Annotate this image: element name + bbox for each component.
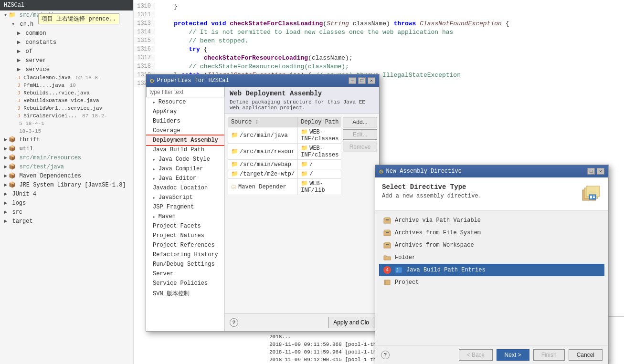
svg-rect-6 <box>593 197 595 198</box>
help-icon-assembly[interactable]: ? <box>381 351 390 359</box>
tree-item-file1[interactable]: J ClaculeMno.java 52 18-8- <box>0 74 133 82</box>
tree-item-file6[interactable]: J SirCaiServicei... 87 18-2- <box>0 112 133 120</box>
svg-text:J: J <box>396 268 399 272</box>
nav-item-project-natures[interactable]: Project Natures <box>146 231 224 240</box>
nav-item-server[interactable]: Server <box>146 269 224 279</box>
table-row-2[interactable]: 📁/src/main/resour 📁WEB-INF/classes <box>228 144 341 160</box>
assembly-close-button[interactable]: ✕ <box>597 168 604 175</box>
tree-item-junit[interactable]: ▶ JUnit 4 <box>0 189 133 198</box>
table-cell-deploy-3: 📁/ <box>298 160 341 169</box>
code-line-1311: 1311 <box>134 10 624 19</box>
tree-item-maven-dep[interactable]: ▶📦 Maven Dependencies <box>0 171 133 180</box>
tree-item-constants[interactable]: ▶ constants <box>0 38 133 47</box>
assembly-item-archive-ws[interactable]: Archives from Workspace <box>379 239 604 251</box>
nav-item-service-policies[interactable]: Service Policies <box>146 279 224 288</box>
table-row-4[interactable]: 📁/target/m2e-wtp/ 📁/ <box>228 169 341 179</box>
tree-item-util[interactable]: ▶📦 util <box>0 144 133 153</box>
svg-rect-14 <box>385 242 390 244</box>
next-button[interactable]: Next > <box>497 349 529 361</box>
cancel-button[interactable]: Cancel <box>569 349 603 361</box>
tree-item-src-test[interactable]: ▶📦 src/test/java <box>0 162 133 171</box>
help-icon-props[interactable]: ? <box>230 318 238 327</box>
nav-item-java-build-path[interactable]: Java Build Path <box>146 145 224 155</box>
assembly-titlebar-buttons: □ ✕ <box>587 168 604 175</box>
nav-item-java-compiler[interactable]: Java Compiler <box>146 164 224 174</box>
sidebar-tree[interactable]: ▾📁 src/main/java ▾ cn.h ▶ common ▶ const… <box>0 10 133 361</box>
tree-item-server[interactable]: ▶ server <box>0 56 133 65</box>
assembly-title: New Assembly Directive <box>386 168 461 175</box>
nav-item-javascript[interactable]: JavaScript <box>146 193 224 202</box>
wda-desc: Define packaging structure for this Java… <box>230 99 374 111</box>
wda-table: Source ↕ Deploy Path 📁/src/main/java 📁WE… <box>228 117 341 195</box>
assembly-footer: ? < Back Next > Finish Cancel <box>375 345 608 364</box>
nav-scroll[interactable]: Resource AppXray Builders Coverage Deplo… <box>146 97 224 328</box>
titlebar-buttons: — □ ✕ <box>349 77 375 84</box>
tree-item-target[interactable]: ▶ target <box>0 217 133 226</box>
nav-item-svn[interactable]: SVN 版本控制 <box>146 288 224 299</box>
svg-rect-15 <box>386 244 389 245</box>
nav-item-java-editor[interactable]: Java Editor <box>146 174 224 183</box>
nav-item-run-debug[interactable]: Run/Debug Settings <box>146 260 224 269</box>
tree-item-jre[interactable]: ▶📦 JRE System Library [JavaSE-1.8] <box>0 180 133 189</box>
tree-item-common[interactable]: ▶ common <box>0 29 133 38</box>
java-build-badge: 4 <box>383 266 391 274</box>
tree-item-file3[interactable]: J Rebuilds...rvice.java <box>0 89 133 97</box>
assembly-minimize-button[interactable]: □ <box>587 168 595 175</box>
minimize-button[interactable]: — <box>349 77 356 84</box>
maximize-button[interactable]: □ <box>358 77 366 84</box>
assembly-item-java-build-path[interactable]: 4 J Java Build Path Entries <box>379 264 604 276</box>
nav-item-refactoring[interactable]: Refactoring History <box>146 250 224 260</box>
tree-item-logs[interactable]: ▶ logs <box>0 198 133 208</box>
assembly-item-project[interactable]: Project <box>379 276 604 289</box>
tree-item-thrift[interactable]: ▶📦 thrift <box>0 135 133 144</box>
nav-item-java-code-style[interactable]: Java Code Style <box>146 155 224 164</box>
tree-item-src-resources[interactable]: ▶📦 src/main/resources <box>0 153 133 162</box>
assembly-item-folder[interactable]: Folder <box>379 251 604 264</box>
svg-rect-5 <box>593 196 595 197</box>
col-deploy: Deploy Path <box>298 117 341 127</box>
remove-button[interactable]: Remove <box>343 142 377 152</box>
nav-item-project-facets[interactable]: Project Facets <box>146 221 224 231</box>
wda-table-container: Source ↕ Deploy Path 📁/src/main/java 📁WE… <box>225 114 341 313</box>
archive-ws-icon <box>383 241 391 249</box>
back-button[interactable]: < Back <box>459 349 493 361</box>
nav-item-jsp[interactable]: JSP Fragment <box>146 202 224 212</box>
code-line-1315: 1315 // been stopped. <box>134 36 624 45</box>
nav-item-deployment-assembly[interactable]: Deployment Assembly <box>146 135 224 145</box>
nav-item-coverage[interactable]: Coverage <box>146 126 224 135</box>
table-row-5[interactable]: 🗂Maven Depender 📁WEB-INF/lib <box>228 179 341 195</box>
nav-item-resource[interactable]: Resource <box>146 97 224 107</box>
tree-item-file2[interactable]: J PfmMi....java 10 <box>0 82 133 89</box>
nav-item-appxray[interactable]: AppXray <box>146 107 224 116</box>
nav-item-maven[interactable]: Maven <box>146 212 224 221</box>
assembly-titlebar: ⚙ New Assembly Directive □ ✕ <box>375 165 608 177</box>
add-button[interactable]: Add... <box>343 117 377 127</box>
tree-item-of[interactable]: ▶ of <box>0 47 133 56</box>
table-row-3[interactable]: 📁/src/main/webap 📁/ <box>228 160 341 169</box>
svg-rect-4 <box>590 196 592 198</box>
sidebar-header: HZSCal <box>0 0 133 10</box>
nav-item-builders[interactable]: Builders <box>146 116 224 126</box>
filter-input[interactable] <box>146 87 224 97</box>
tree-item-file7[interactable]: 5 18-4-1 <box>0 120 133 127</box>
tree-item-service[interactable]: ▶ service <box>0 65 133 74</box>
close-button[interactable]: ✕ <box>368 77 375 84</box>
nav-item-project-references[interactable]: Project References <box>146 240 224 250</box>
tree-item-file4[interactable]: J RebuildSDataSe vice.java <box>0 97 133 104</box>
assembly-header-icon <box>579 183 602 206</box>
table-cell-deploy-2: 📁WEB-INF/classes <box>298 144 341 160</box>
sidebar-title: HZSCal <box>4 2 24 9</box>
code-line-1314: 1314 // It is not permitted to load new … <box>134 28 624 36</box>
apply-close-button[interactable]: Apply and Clo <box>328 317 374 328</box>
tree-item-src[interactable]: ▶ src <box>0 208 133 217</box>
assembly-item-archive-fs[interactable]: Archives from File System <box>379 227 604 239</box>
sidebar: HZSCal ▾📁 src/main/java ▾ cn.h ▶ common … <box>0 0 134 364</box>
tree-item-file5[interactable]: J RebuildWorl...service.jav <box>0 104 133 112</box>
tree-item-file8[interactable]: 18-3-15 <box>0 127 133 135</box>
finish-button[interactable]: Finish <box>533 349 565 361</box>
assembly-item-archive-path[interactable]: Archive via Path Variable <box>379 214 604 227</box>
edit-button[interactable]: Edit... <box>343 129 377 140</box>
nav-item-javadoc[interactable]: Javadoc Location <box>146 183 224 193</box>
archive-fs-icon <box>383 229 391 237</box>
table-row-1[interactable]: 📁/src/main/java 📁WEB-INF/classes <box>228 127 341 144</box>
